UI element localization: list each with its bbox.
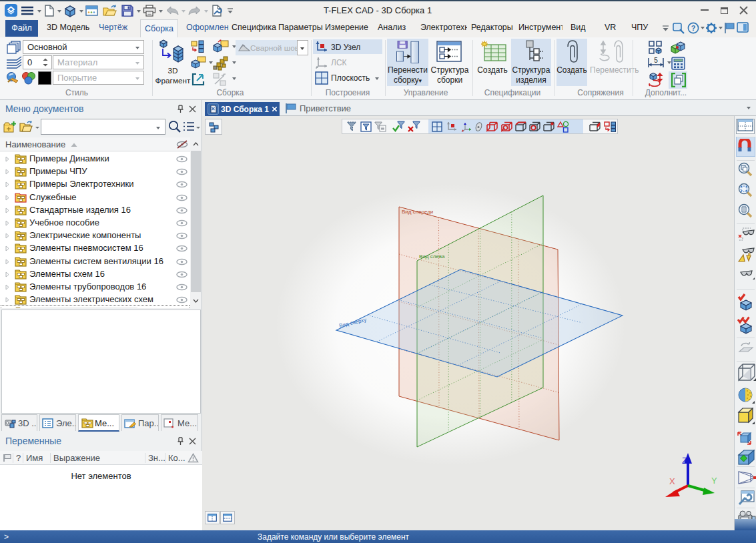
svg-text:X: X (669, 476, 675, 486)
svg-text:Y: Y (711, 476, 717, 486)
svg-text:Вид спереди: Вид спереди (402, 209, 433, 215)
svg-text:5: 5 (654, 57, 658, 64)
svg-text:Z: Z (682, 456, 687, 466)
svg-text:Вид слева: Вид слева (419, 253, 445, 259)
svg-text:?: ? (691, 24, 696, 32)
